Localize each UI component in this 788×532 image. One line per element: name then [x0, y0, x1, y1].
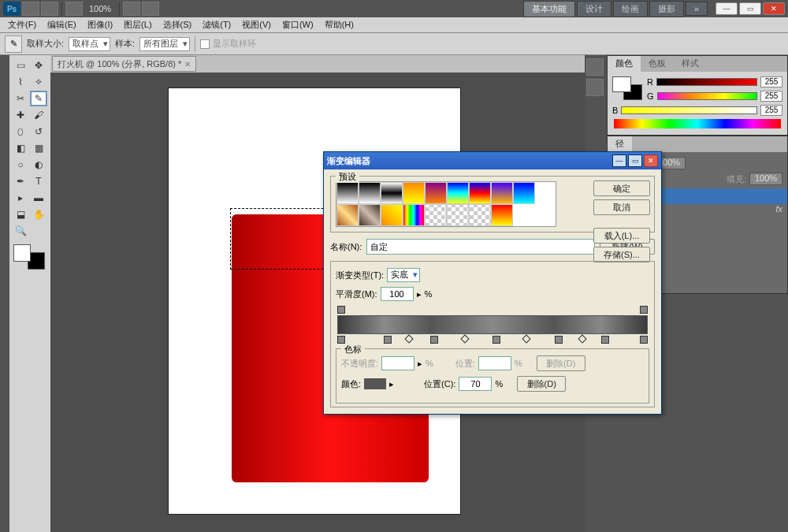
tab-styles[interactable]: 样式	[674, 56, 707, 72]
mini-bridge-button[interactable]	[41, 2, 58, 16]
save-button[interactable]: 存储(S)...	[593, 247, 650, 262]
menu-select[interactable]: 选择(S)	[158, 17, 197, 32]
move-tool[interactable]: ✥	[30, 58, 47, 73]
marquee-tool[interactable]: ▭	[12, 58, 29, 73]
dialog-maximize[interactable]: ▭	[628, 154, 642, 167]
close-doc-icon[interactable]: ✕	[184, 60, 191, 69]
gradient-preview[interactable]	[337, 315, 648, 334]
menu-view[interactable]: 视图(V)	[237, 17, 276, 32]
dialog-close[interactable]: ✕	[644, 154, 658, 167]
dialog-minimize[interactable]: —	[612, 154, 626, 167]
3d-tool[interactable]: ⬓	[12, 206, 29, 222]
menu-help[interactable]: 帮助(H)	[320, 17, 359, 32]
eraser-tool[interactable]: ◧	[12, 140, 29, 156]
opacity-stop[interactable]	[337, 306, 345, 314]
fg-swatch[interactable]	[612, 76, 631, 92]
zoom-tool[interactable]: 🔍	[12, 223, 29, 239]
menu-file[interactable]: 文件(F)	[3, 17, 41, 32]
minimize-button[interactable]: —	[716, 2, 738, 15]
color-stop[interactable]	[337, 336, 345, 344]
g-value[interactable]: 255	[760, 91, 782, 102]
preset-swatch[interactable]	[381, 182, 403, 204]
ok-button[interactable]: 确定	[593, 180, 650, 196]
lasso-tool[interactable]: ⌇	[12, 74, 29, 90]
color-stop[interactable]	[492, 336, 500, 344]
color-stop[interactable]	[601, 336, 609, 344]
foreground-color[interactable]	[13, 244, 31, 262]
name-input[interactable]	[366, 239, 595, 255]
b-value[interactable]: 255	[760, 105, 782, 116]
dodge-tool[interactable]: ◐	[30, 157, 47, 173]
midpoint[interactable]	[404, 334, 413, 343]
tab-color[interactable]: 颜色	[608, 56, 641, 72]
r-value[interactable]: 255	[760, 76, 782, 87]
delete-color-stop-button[interactable]: 删除(D)	[517, 376, 566, 392]
preset-swatch[interactable]	[336, 182, 359, 204]
type-tool[interactable]: T	[30, 173, 47, 189]
tab-adjustments[interactable]: 径	[608, 136, 632, 152]
view-extras-button[interactable]	[65, 2, 83, 16]
screen-mode-button[interactable]	[142, 2, 159, 16]
midpoint[interactable]	[522, 334, 531, 343]
menu-edit[interactable]: 编辑(E)	[43, 17, 81, 32]
r-slider[interactable]	[656, 78, 757, 86]
brush-tool[interactable]: 🖌	[30, 107, 47, 123]
fill-value[interactable]: 100%	[749, 173, 782, 185]
tab-swatches[interactable]: 色板	[641, 56, 674, 72]
smoothness-input[interactable]	[381, 287, 414, 301]
preset-swatch[interactable]	[491, 204, 513, 226]
gradient-type-select[interactable]: 实底	[387, 268, 420, 282]
path-select-tool[interactable]: ▸	[12, 190, 29, 206]
dock-actions-icon[interactable]	[586, 79, 604, 96]
history-brush-tool[interactable]: ↺	[30, 124, 47, 140]
preset-swatch[interactable]	[336, 204, 359, 226]
close-button[interactable]: ✕	[763, 2, 785, 15]
preset-swatch[interactable]	[513, 182, 535, 204]
preset-swatch[interactable]	[469, 182, 491, 204]
crop-tool[interactable]: ✂	[12, 91, 29, 106]
workspace-more[interactable]: »	[686, 2, 708, 16]
preset-swatch[interactable]	[381, 204, 403, 226]
workspace-design[interactable]: 设计	[577, 1, 611, 17]
midpoint[interactable]	[460, 334, 469, 343]
workspace-painting[interactable]: 绘画	[613, 1, 648, 17]
workspace-essentials[interactable]: 基本功能	[523, 1, 575, 17]
preset-swatch[interactable]	[469, 204, 491, 226]
menu-window[interactable]: 窗口(W)	[277, 17, 318, 32]
hue-ramp[interactable]	[614, 119, 781, 128]
document-tab[interactable]: 打火机 @ 100% (分界, RGB/8) * ✕	[52, 56, 196, 72]
pen-tool[interactable]: ✒	[12, 173, 29, 189]
g-slider[interactable]	[657, 92, 757, 100]
menu-layer[interactable]: 图层(L)	[119, 17, 156, 32]
dialog-titlebar[interactable]: 渐变编辑器 — ▭ ✕	[324, 152, 661, 169]
eyedropper-tool[interactable]: ✎	[30, 91, 47, 106]
zoom-level[interactable]: 100%	[84, 4, 116, 13]
stamp-tool[interactable]: ⬯	[12, 124, 29, 140]
preset-swatch[interactable]	[425, 204, 447, 226]
color-stop[interactable]	[555, 336, 563, 344]
sample-size-select[interactable]: 取样点	[69, 37, 110, 51]
preset-swatch[interactable]	[447, 204, 469, 226]
midpoint[interactable]	[578, 334, 587, 343]
color-swatches[interactable]	[12, 243, 46, 271]
color-stop[interactable]	[430, 336, 438, 344]
menu-image[interactable]: 图像(I)	[83, 17, 117, 32]
menu-filter[interactable]: 滤镜(T)	[198, 17, 236, 32]
blur-tool[interactable]: ○	[12, 157, 29, 173]
bridge-button[interactable]	[22, 2, 39, 16]
hand-tool[interactable]: ✋	[30, 206, 47, 222]
preset-swatch[interactable]	[425, 182, 447, 204]
wand-tool[interactable]: ✧	[30, 74, 47, 90]
arrange-docs-button[interactable]	[123, 2, 140, 16]
cancel-button[interactable]: 取消	[593, 199, 650, 215]
stop-color-chip[interactable]	[364, 378, 386, 389]
shape-tool[interactable]: ▬	[30, 190, 47, 206]
preset-swatch[interactable]	[403, 204, 425, 226]
gradient-tool[interactable]: ▦	[30, 140, 47, 156]
preset-swatch[interactable]	[491, 182, 513, 204]
opacity-stop[interactable]	[640, 306, 648, 314]
preset-swatch[interactable]	[447, 182, 469, 204]
preset-swatch[interactable]	[403, 182, 425, 204]
preset-swatch[interactable]	[359, 204, 381, 226]
stop-position-input-2[interactable]	[459, 377, 492, 391]
